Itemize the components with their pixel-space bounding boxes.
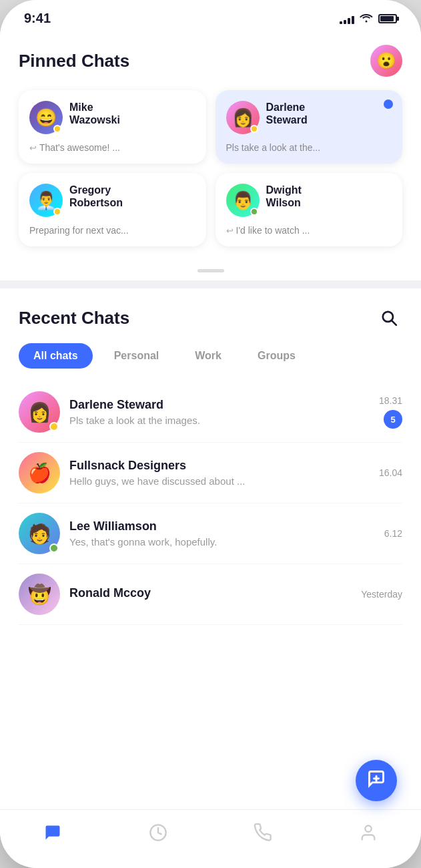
status-dot-mike bbox=[53, 125, 61, 133]
chat-name-fullsnack: Fullsnack Designers bbox=[69, 459, 370, 473]
nav-chat[interactable] bbox=[30, 821, 75, 849]
svg-point-5 bbox=[365, 826, 371, 832]
chat-time-ronald: Yesterday bbox=[361, 589, 402, 600]
pinned-message-darlene: Pls take a look at the... bbox=[226, 142, 392, 153]
unread-badge-darlene: 5 bbox=[384, 410, 402, 429]
chat-avatar-fullsnack: 🍎 bbox=[19, 452, 60, 493]
pinned-header: Pinned Chats 😮 bbox=[19, 45, 402, 77]
chat-name-lee: Lee Williamson bbox=[69, 519, 375, 533]
chat-info-darlene: Darlene Steward Pls take a look at the i… bbox=[69, 398, 370, 426]
chat-meta-darlene: 18.31 5 bbox=[379, 395, 402, 429]
chat-item-fullsnack[interactable]: 🍎 Fullsnack Designers Hello guys, we hav… bbox=[19, 443, 402, 503]
pinned-card-darlene[interactable]: 👩 DarleneSteward Pls take a look at the.… bbox=[216, 90, 403, 164]
signal-icon bbox=[340, 13, 354, 24]
nav-profile[interactable] bbox=[346, 821, 391, 849]
bottom-nav bbox=[0, 809, 421, 868]
chat-preview-darlene: Pls take a look at the images. bbox=[69, 415, 370, 426]
reply-icon-dwight: ↩ bbox=[226, 226, 234, 236]
tab-personal[interactable]: Personal bbox=[99, 343, 174, 369]
profile-nav-icon bbox=[359, 823, 378, 847]
pinned-title: Pinned Chats bbox=[19, 51, 129, 71]
pinned-avatar-mike: 😄 bbox=[29, 101, 63, 134]
recent-header: Recent Chats bbox=[19, 304, 402, 331]
search-button[interactable] bbox=[376, 304, 402, 331]
tab-work[interactable]: Work bbox=[180, 343, 236, 369]
tab-all-chats[interactable]: All chats bbox=[19, 343, 93, 369]
chat-name-darlene: Darlene Steward bbox=[69, 398, 370, 412]
pinned-avatar-dwight: 👨 bbox=[226, 184, 260, 217]
chat-item-ronald[interactable]: 🤠 Ronald Mccoy Yesterday bbox=[19, 564, 402, 625]
chat-info-fullsnack: Fullsnack Designers Hello guys, we have … bbox=[69, 459, 370, 487]
new-chat-icon bbox=[367, 769, 386, 793]
battery-icon bbox=[378, 14, 397, 23]
chat-preview-fullsnack: Hello guys, we have discussed about ... bbox=[69, 475, 370, 487]
pinned-message-dwight: ↩ I'd like to watch ... bbox=[226, 225, 392, 236]
reply-icon: ↩ bbox=[29, 143, 37, 153]
chat-info-ronald: Ronald Mccoy bbox=[69, 586, 352, 603]
status-dot-dwight bbox=[250, 208, 258, 216]
scroll-indicator bbox=[0, 262, 421, 275]
chat-meta-lee: 6.12 bbox=[384, 528, 402, 539]
calls-nav-icon bbox=[254, 823, 272, 847]
pinned-grid: 😄 MikeWazowski ↩ That's awesome! ... bbox=[19, 90, 402, 246]
recent-title: Recent Chats bbox=[19, 308, 129, 329]
tab-groups[interactable]: Groups bbox=[243, 343, 310, 369]
pinned-name-mike: MikeWazowski bbox=[69, 101, 120, 126]
svg-line-1 bbox=[392, 320, 396, 325]
status-dot-darlene-recent bbox=[49, 422, 59, 431]
pinned-avatar-darlene: 👩 bbox=[226, 101, 260, 134]
pinned-section: Pinned Chats 😮 😄 MikeWazowski bbox=[0, 31, 421, 262]
recent-section: Recent Chats All chats Personal Work Gro… bbox=[0, 288, 421, 809]
pinned-name-gregory: GregoryRobertson bbox=[69, 184, 123, 209]
chat-avatar-ronald: 🤠 bbox=[19, 574, 60, 615]
chat-item-lee[interactable]: 🧑 Lee Williamson Yes, that's gonna work,… bbox=[19, 503, 402, 564]
chat-avatar-darlene: 👩 bbox=[19, 391, 60, 433]
pinned-name-dwight: DwightWilson bbox=[266, 184, 302, 209]
chat-meta-fullsnack: 16.04 bbox=[379, 467, 402, 478]
chat-name-ronald: Ronald Mccoy bbox=[69, 586, 352, 600]
nav-history[interactable] bbox=[135, 821, 181, 849]
status-bar: 9:41 bbox=[0, 0, 421, 31]
chat-info-lee: Lee Williamson Yes, that's gonna work, h… bbox=[69, 519, 375, 548]
pinned-card-dwight[interactable]: 👨 DwightWilson ↩ I'd like to watch ... bbox=[216, 173, 403, 246]
chat-nav-icon bbox=[43, 823, 62, 847]
chat-meta-ronald: Yesterday bbox=[361, 589, 402, 600]
chat-time-fullsnack: 16.04 bbox=[379, 467, 402, 478]
wifi-icon bbox=[360, 12, 373, 25]
status-icons bbox=[340, 12, 397, 25]
unread-indicator-darlene bbox=[384, 99, 393, 109]
profile-avatar[interactable]: 😮 bbox=[370, 45, 402, 77]
nav-calls[interactable] bbox=[240, 821, 286, 849]
chat-list: 👩 Darlene Steward Pls take a look at the… bbox=[19, 382, 402, 809]
chat-preview-lee: Yes, that's gonna work, hopefully. bbox=[69, 536, 375, 548]
pinned-name-darlene: DarleneSteward bbox=[266, 101, 308, 126]
status-dot-lee bbox=[49, 544, 59, 553]
pinned-card-mike[interactable]: 😄 MikeWazowski ↩ That's awesome! ... bbox=[19, 90, 206, 164]
chat-item-darlene[interactable]: 👩 Darlene Steward Pls take a look at the… bbox=[19, 382, 402, 443]
phone-frame: 9:41 Pinned Chats bbox=[0, 0, 421, 868]
chat-time-darlene: 18.31 bbox=[379, 395, 402, 406]
chat-avatar-lee: 🧑 bbox=[19, 513, 60, 554]
status-dot-gregory bbox=[53, 208, 61, 216]
pinned-avatar-gregory: 👨‍💼 bbox=[29, 184, 63, 217]
pinned-message-mike: ↩ That's awesome! ... bbox=[29, 142, 195, 153]
new-chat-fab[interactable] bbox=[356, 760, 397, 801]
chat-time-lee: 6.12 bbox=[384, 528, 402, 539]
history-nav-icon bbox=[149, 823, 167, 847]
filter-tabs: All chats Personal Work Groups bbox=[19, 343, 402, 369]
pinned-message-gregory: Preparing for next vac... bbox=[29, 225, 195, 236]
pinned-card-gregory[interactable]: 👨‍💼 GregoryRobertson Preparing for next … bbox=[19, 173, 206, 246]
status-time: 9:41 bbox=[24, 11, 51, 26]
status-dot-darlene bbox=[250, 125, 258, 133]
section-divider bbox=[0, 280, 421, 288]
